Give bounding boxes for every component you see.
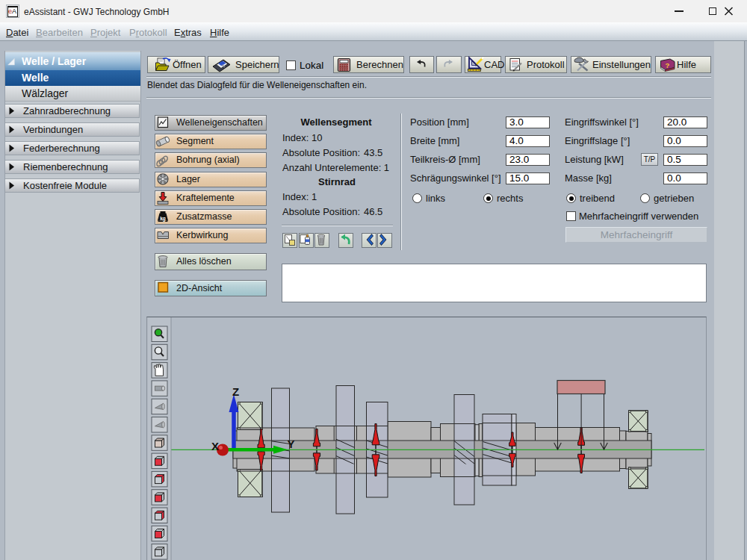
svg-text:?: ?	[666, 61, 670, 69]
svg-text:kg: kg	[160, 216, 166, 222]
